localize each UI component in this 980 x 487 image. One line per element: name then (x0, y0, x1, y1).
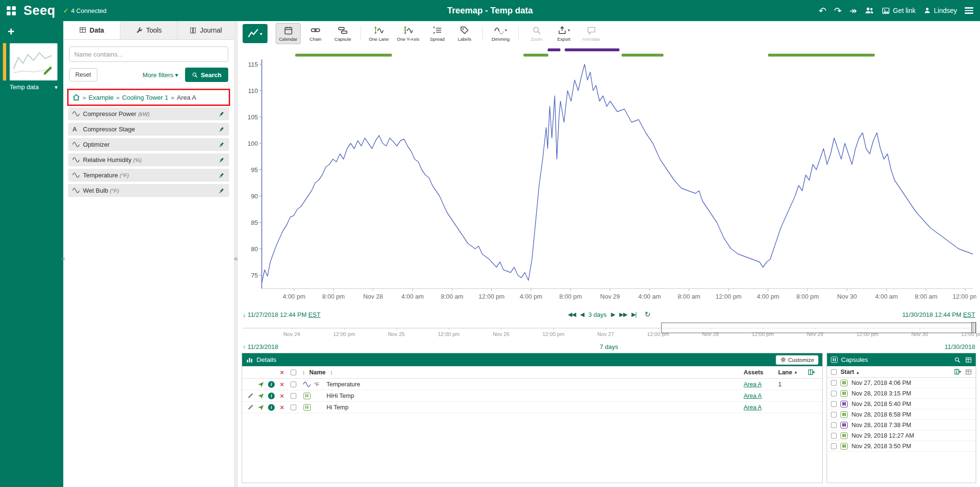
details-row[interactable]: i × °F (242, 379, 822, 390)
collapse-rail-icon[interactable]: « (61, 254, 65, 262)
edit-pencil-icon[interactable] (245, 404, 256, 410)
capsule-row[interactable]: Nov 29, 2018 3:50 PM (827, 441, 976, 452)
tab-tools[interactable]: Tools (120, 21, 177, 39)
tab-journal[interactable]: Journal (177, 21, 234, 39)
undo-icon[interactable]: ↶ (819, 6, 827, 15)
info-icon[interactable]: i (266, 404, 277, 411)
step-to-end-icon[interactable]: ▶| (631, 311, 636, 318)
add-column-icon[interactable] (803, 369, 819, 376)
users-icon[interactable] (864, 6, 874, 15)
worksheet-item[interactable]: Temp data ▾ (0, 43, 63, 91)
row-checkbox[interactable] (831, 443, 837, 449)
tool-calendar[interactable]: Calendar (276, 23, 301, 44)
asset-link[interactable]: Area A (744, 404, 762, 411)
details-row[interactable]: i × (242, 390, 822, 402)
half-step-forward-icon[interactable]: ▶ (611, 311, 615, 318)
row-checkbox[interactable] (831, 380, 837, 386)
tool-dimming[interactable]: ▾ Dimming (488, 23, 513, 44)
get-link-button[interactable]: Get link (882, 7, 915, 15)
reset-button[interactable]: Reset (69, 68, 97, 81)
details-row[interactable]: i × (242, 402, 822, 413)
sort-icon[interactable]: ↕ (302, 369, 305, 376)
asset-link[interactable]: Area A (744, 393, 762, 399)
signal-list-item[interactable]: A Wet Bulb (°F) (68, 184, 229, 197)
search-button[interactable]: Search (185, 68, 228, 82)
timeline-resize-handle[interactable] (971, 322, 976, 333)
capsule-row[interactable]: Nov 29, 2018 12:27 AM (827, 430, 976, 441)
sort-icon[interactable]: ↕ (330, 369, 333, 376)
row-checkbox[interactable] (831, 422, 837, 428)
breadcrumb-cooling-tower-1[interactable]: Cooling Tower 1 (122, 94, 169, 101)
hamburger-menu-icon[interactable] (965, 7, 973, 14)
chevron-down-icon[interactable]: ▾ (55, 84, 58, 91)
display-range-end[interactable]: 11/30/2018 12:44 PM EST (902, 311, 975, 318)
start-column-header[interactable]: Start ▲ (840, 369, 860, 375)
present-icon[interactable]: ↠ (849, 6, 857, 15)
temperature-trend-plot[interactable]: 75808590951001051101154:00 pm8:00 pmNov … (238, 46, 976, 307)
remove-all-icon[interactable]: × (277, 369, 287, 376)
customize-button[interactable]: Customize (776, 355, 818, 365)
trend-item-icon[interactable] (256, 404, 266, 411)
signal-list-item[interactable]: A Temperature (°F) (68, 169, 229, 182)
capsule-row[interactable]: Nov 28, 2018 3:15 PM (827, 388, 976, 399)
signal-list-item[interactable]: A Relative Humidity (%) (68, 153, 229, 166)
redo-icon[interactable]: ↷ (834, 6, 841, 15)
add-column-icon[interactable] (954, 368, 961, 375)
more-filters-link[interactable]: More filters ▾ (142, 71, 178, 79)
pin-icon[interactable] (218, 140, 225, 148)
display-range-start[interactable]: ↓ 11/27/2018 12:44 PM EST (243, 311, 320, 318)
signal-list-item[interactable]: A Compressor Stage (68, 123, 229, 136)
pin-icon[interactable] (218, 125, 225, 133)
collapse-panel-icon[interactable]: « (234, 254, 238, 262)
user-menu[interactable]: Lindsey (923, 7, 957, 14)
half-step-back-icon[interactable]: ◀ (580, 311, 584, 318)
remove-item-icon[interactable]: × (277, 392, 287, 400)
capsule-grid-icon[interactable] (965, 368, 972, 375)
apps-grid-icon[interactable] (7, 6, 16, 15)
name-contains-input[interactable] (69, 46, 228, 62)
name-column-header[interactable]: Name (307, 369, 327, 376)
tool-export[interactable]: ▾ Export (551, 23, 576, 44)
edit-pencil-icon[interactable] (245, 393, 256, 399)
assets-column-header[interactable]: Assets (744, 369, 775, 376)
timeline-selection[interactable] (661, 323, 975, 333)
add-worksheet-button[interactable]: + (8, 25, 18, 38)
investigate-duration[interactable]: 7 days (600, 343, 618, 350)
tool-one-y-axis[interactable]: One Y-Axis (394, 23, 422, 44)
tool-chain[interactable]: Chain (303, 23, 328, 44)
capsule-row[interactable]: Nov 27, 2018 4:06 PM (827, 378, 976, 388)
tool-labels[interactable]: Labels (452, 23, 477, 44)
signal-list-item[interactable]: A Optimizer (68, 138, 229, 151)
investigate-range-end[interactable]: 11/30/2018 (945, 343, 975, 350)
home-icon[interactable] (72, 93, 80, 101)
pin-icon[interactable] (218, 186, 225, 194)
tab-data[interactable]: Data (63, 21, 120, 39)
tool-capsule[interactable]: Capsule (330, 23, 355, 44)
capsule-row[interactable]: Nov 28, 2018 6:58 PM (827, 409, 976, 420)
row-checkbox[interactable] (831, 412, 837, 417)
info-icon[interactable]: i (266, 381, 277, 388)
row-checkbox[interactable] (291, 393, 296, 399)
select-all-checkbox[interactable] (291, 370, 296, 375)
row-checkbox[interactable] (831, 401, 837, 407)
capsule-row[interactable]: Nov 28, 2018 5:40 PM (827, 399, 976, 409)
asset-link[interactable]: Area A (744, 381, 762, 388)
signal-list-item[interactable]: A Compressor Power (kW) (68, 107, 229, 120)
step-forward-icon[interactable]: ▶▶ (619, 311, 627, 318)
tool-spread[interactable]: Spread (425, 23, 450, 44)
trend-chart[interactable]: 75808590951001051101154:00 pm8:00 pmNov … (238, 46, 980, 309)
search-capsules-icon[interactable] (954, 357, 961, 363)
select-all-capsules-checkbox[interactable] (831, 369, 837, 375)
timeline-scrubber[interactable]: Nov 2412:00 pmNov 2512:00 pmNov 2612:00 … (243, 320, 975, 342)
row-checkbox[interactable] (291, 382, 296, 387)
worksheet-thumbnail[interactable] (10, 43, 58, 81)
step-back-icon[interactable]: ◀◀ (568, 311, 575, 318)
pin-icon[interactable] (218, 110, 225, 117)
trend-item-icon[interactable] (256, 381, 266, 388)
info-icon[interactable]: i (266, 393, 277, 399)
capsules-table-icon[interactable] (965, 357, 972, 363)
lane-column-header[interactable]: Lane ▲ (775, 369, 803, 376)
row-checkbox[interactable] (291, 405, 296, 410)
pin-icon[interactable] (218, 156, 225, 163)
capsule-row[interactable]: Nov 28, 2018 7:38 PM (827, 420, 976, 430)
